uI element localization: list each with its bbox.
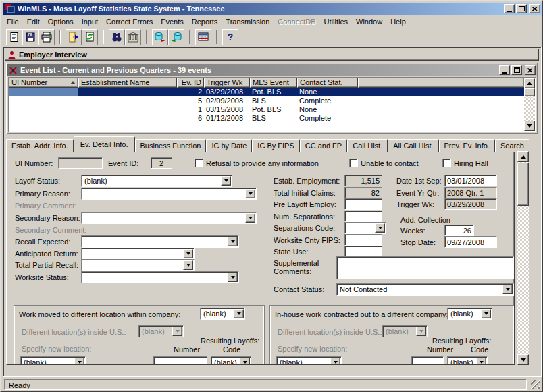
tab-ic-by-date[interactable]: IC by Date (206, 139, 252, 152)
dropdown-arrow-icon[interactable] (234, 309, 244, 318)
event-row[interactable]: 1 03/15/2008 Pot. BLS None (9, 105, 525, 114)
resulting-number-field[interactable] (411, 356, 444, 365)
dropdown-arrow-icon[interactable] (228, 273, 238, 282)
scroll-down-button[interactable] (517, 354, 529, 365)
state-use-field[interactable] (344, 246, 382, 257)
scroll-down-button[interactable] (524, 121, 535, 131)
tab-ic-by-fips[interactable]: IC By FIPS (252, 139, 299, 152)
tab-all-call-hist[interactable]: All Call Hist. (388, 139, 438, 152)
tab-search[interactable]: Search (495, 139, 529, 152)
employer-lookup-button[interactable] (125, 29, 141, 45)
close-button[interactable] (529, 4, 540, 13)
help-button[interactable]: ? (222, 29, 238, 45)
scroll-thumb[interactable] (524, 88, 535, 96)
dropdown-arrow-icon[interactable] (330, 358, 340, 365)
tab-prev-ev-info[interactable]: Prev. Ev. Info. (439, 139, 495, 152)
menu-events[interactable]: Events (157, 16, 188, 28)
refusal-checkbox[interactable] (195, 159, 203, 167)
primary-reason-dropdown[interactable] (81, 188, 257, 200)
dropdown-arrow-icon[interactable] (183, 249, 193, 258)
new-location-dropdown[interactable]: (blank) (276, 356, 342, 365)
resize-grip[interactable] (531, 380, 540, 389)
separations-code-dropdown[interactable] (344, 222, 386, 234)
event-row[interactable]: 6 01/12/2008 BLS Complete (9, 114, 525, 123)
menu-input[interactable]: Input (78, 16, 102, 28)
dropdown-arrow-icon[interactable] (245, 213, 255, 223)
dropdown-arrow-icon[interactable] (481, 309, 491, 318)
resulting-code-dropdown[interactable]: (blank) (211, 356, 251, 365)
dropdown-arrow-icon[interactable] (240, 358, 250, 365)
menu-window[interactable]: Window (352, 16, 386, 28)
resulting-number-field[interactable] (153, 356, 207, 365)
column-header-trigger-wk[interactable]: Trigger Wk (204, 78, 250, 88)
tab-cc-and-fp[interactable]: CC and FP (300, 139, 347, 152)
weeks-field[interactable]: 26 (444, 225, 474, 236)
refresh-button[interactable] (82, 29, 98, 45)
menu-options[interactable]: Options (44, 16, 78, 28)
maximize-button[interactable] (516, 4, 527, 13)
pre-layoff-employ-field[interactable] (344, 198, 382, 210)
contact-status-dropdown[interactable]: Not Contacted (336, 283, 514, 296)
scroll-thumb[interactable] (517, 163, 529, 206)
dropdown-arrow-icon[interactable] (476, 358, 486, 365)
recall-expected-dropdown[interactable] (81, 235, 239, 248)
minimize-button[interactable] (504, 4, 515, 13)
work-moved-dropdown[interactable]: (blank) (200, 308, 245, 320)
menu-file[interactable]: File (3, 16, 23, 28)
worksite-status-dropdown[interactable] (81, 271, 239, 283)
dropdown-arrow-icon[interactable] (228, 237, 238, 246)
tab-call-hist[interactable]: Call Hist. (347, 139, 388, 152)
layoff-status-dropdown[interactable]: (blank) (81, 175, 232, 187)
print-button[interactable] (38, 29, 55, 45)
grid-view-button[interactable] (195, 29, 211, 45)
resulting-code-dropdown[interactable]: (blank) (447, 356, 488, 365)
new-location-dropdown[interactable]: (blank) (20, 356, 86, 365)
date-1st-sep-field[interactable]: 03/01/2008 (444, 175, 497, 186)
scroll-up-button[interactable] (524, 78, 535, 88)
column-header-mls-event[interactable]: MLS Event (250, 78, 297, 88)
anticipated-return-dropdown[interactable] (81, 248, 195, 260)
tab-business-function[interactable]: Business Function (135, 139, 207, 152)
menu-transmission[interactable]: Transmission (222, 16, 274, 28)
new-document-button[interactable] (6, 29, 22, 45)
find-button[interactable] (109, 29, 125, 45)
event-list-scrollbar[interactable] (524, 78, 535, 131)
menu-help[interactable]: Help (386, 16, 410, 28)
stop-date-field[interactable]: 09/27/2008 (444, 236, 497, 248)
db-import-button[interactable] (168, 29, 184, 45)
dropdown-arrow-icon[interactable] (375, 223, 385, 233)
event-row[interactable]: 5 02/09/2008 BLS Complete (9, 96, 525, 105)
hiring-hall-checkbox[interactable] (442, 159, 451, 167)
dropdown-arrow-icon[interactable] (74, 358, 84, 365)
column-header-establishment-name[interactable]: Establishment Name (78, 78, 177, 88)
secondary-reason-dropdown[interactable] (81, 212, 257, 224)
menu-edit[interactable]: Edit (23, 16, 44, 28)
unable-to-contact-checkbox[interactable] (349, 159, 358, 167)
worksite-cnty-fips-field[interactable] (344, 234, 382, 246)
menu-reports[interactable]: Reports (188, 16, 222, 28)
save-button[interactable] (22, 29, 38, 45)
event-row-selected[interactable]: 2 03/29/2008 Pot. BLS None (9, 88, 525, 96)
event-list-close-button[interactable] (525, 65, 536, 75)
column-header-ui-number[interactable]: UI Number (9, 78, 78, 88)
total-partial-recall-dropdown[interactable] (81, 259, 195, 271)
inhouse-dropdown[interactable]: (blank) (447, 308, 492, 320)
exit-button[interactable] (66, 29, 82, 45)
dropdown-arrow-icon[interactable] (183, 260, 193, 270)
event-list-maximize-button[interactable] (511, 65, 522, 75)
db-export-button[interactable] (152, 29, 168, 45)
column-header-ev-id[interactable]: Ev. ID (177, 78, 204, 88)
tab-estab-addr-info[interactable]: Estab. Addr. Info. (6, 139, 74, 152)
dropdown-arrow-icon[interactable] (221, 176, 231, 186)
event-list-titlebar[interactable]: Event List - Current and Previous Quarte… (7, 64, 537, 76)
num-separations-field[interactable] (344, 211, 382, 222)
form-scrollbar[interactable] (517, 151, 529, 365)
menu-correct-errors[interactable]: Correct Errors (102, 16, 157, 28)
column-header-contact-stat[interactable]: Contact Stat. (297, 78, 358, 88)
supplemental-comments-field[interactable] (336, 256, 514, 279)
event-list-minimize-button[interactable] (499, 65, 510, 75)
dropdown-arrow-icon[interactable] (502, 285, 513, 294)
scroll-up-button[interactable] (517, 151, 529, 162)
dropdown-arrow-icon[interactable] (245, 189, 255, 198)
menu-utilities[interactable]: Utilities (320, 16, 352, 28)
